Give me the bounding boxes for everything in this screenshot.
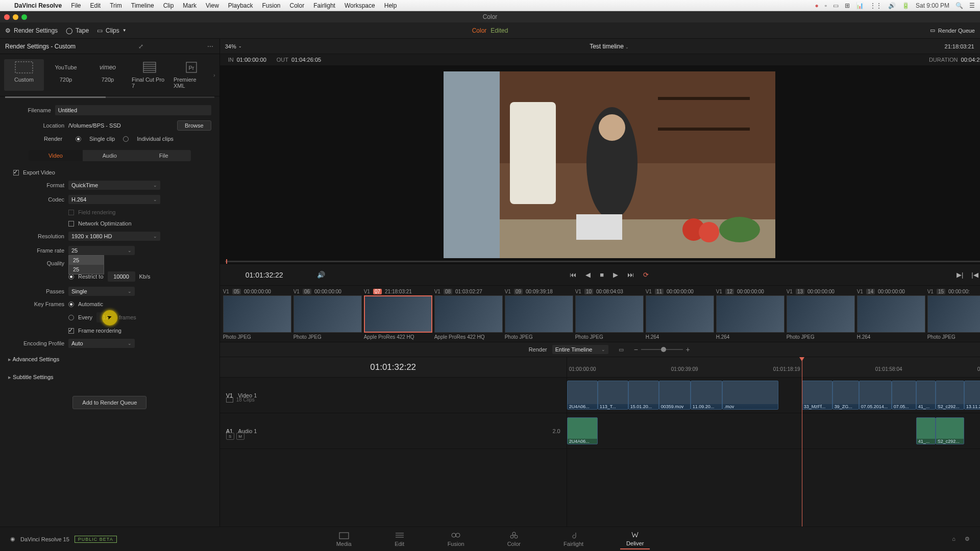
menu-file[interactable]: File <box>71 2 81 9</box>
framerate-option[interactable]: 25 <box>69 265 104 274</box>
render-scope-select[interactable]: Entire Timeline⌄ <box>552 345 608 354</box>
menu-help[interactable]: Help <box>384 2 397 9</box>
audio-track[interactable]: 2U4A06...41_...S2_c292...S3_d29...S3_d29… <box>567 413 980 449</box>
framerate-select[interactable]: 25⌄ 25 25 <box>68 246 135 255</box>
bitrate-input[interactable] <box>108 271 135 282</box>
video-clip[interactable]: 13.11.2014... <box>964 381 980 410</box>
page-color[interactable]: Color <box>501 529 527 549</box>
menu-edit[interactable]: Edit <box>90 2 101 9</box>
page-deliver[interactable]: Deliver <box>620 529 650 549</box>
encoding-profile-select[interactable]: Auto⌄ <box>68 339 135 348</box>
browse-button[interactable]: Browse <box>177 120 211 131</box>
clip-thumbnail[interactable]: V11500:00:00:Photo JPEG <box>927 288 980 340</box>
render-settings-toggle[interactable]: ⚙ Render Settings <box>5 27 58 34</box>
preset-vimeo[interactable]: vimeo 720p <box>88 59 128 91</box>
menu-clip[interactable]: Clip <box>163 2 174 9</box>
scrubber[interactable] <box>225 261 980 262</box>
loop-icon[interactable]: ⟳ <box>643 271 649 279</box>
format-select[interactable]: QuickTime⌄ <box>68 181 160 190</box>
clip-thumbnail[interactable]: V11200:00:00:00H.264 <box>716 288 785 340</box>
volume-icon[interactable]: 🔊 <box>317 271 325 279</box>
kf-every-radio[interactable] <box>68 315 74 320</box>
audio-clip[interactable]: 41_... <box>916 417 936 444</box>
more-icon[interactable]: ⋯ <box>207 43 214 50</box>
zoom-in-icon[interactable]: + <box>686 345 690 354</box>
clip-thumbnails[interactable]: V10500:00:00:00Photo JPEGV10600:00:00:00… <box>220 286 980 342</box>
view-icon[interactable]: ▭ <box>619 346 624 353</box>
video-track[interactable]: 2U4A06...113_T...15.01.20...00359.mov11.… <box>567 378 980 413</box>
video-clip[interactable]: .mov <box>722 381 778 410</box>
advanced-settings-toggle[interactable]: Advanced Settings <box>8 353 211 366</box>
subtitle-settings-toggle[interactable]: Subtitle Settings <box>8 371 211 384</box>
export-video-checkbox[interactable] <box>13 170 19 176</box>
page-media[interactable]: Media <box>330 529 358 549</box>
tab-audio[interactable]: Audio <box>83 150 137 161</box>
video-clip[interactable]: 113_T... <box>598 381 628 410</box>
viewer[interactable] <box>220 65 980 264</box>
video-clip[interactable]: 33_MzFf... <box>802 381 832 410</box>
solo-button[interactable]: S <box>226 433 234 440</box>
clip-thumbnail[interactable]: V10801:03:02:27Apple ProRes 422 HQ <box>434 288 503 340</box>
framerate-option[interactable]: 25 <box>69 256 104 265</box>
first-frame-icon[interactable]: ⏮ <box>570 271 576 279</box>
jump-end-icon[interactable]: ▶| <box>957 271 963 279</box>
preset-fcp7[interactable]: Final Cut Pro 7 <box>130 59 169 91</box>
menu-view[interactable]: View <box>206 2 219 9</box>
kf-every-input[interactable] <box>96 312 115 322</box>
close-icon[interactable] <box>4 14 10 20</box>
tab-file[interactable]: File <box>137 150 191 161</box>
video-clip[interactable]: 11.09.20... <box>691 381 722 410</box>
menu-fairlight[interactable]: Fairlight <box>313 2 335 9</box>
menu-workspace[interactable]: Workspace <box>345 2 375 9</box>
add-to-queue-button[interactable]: Add to Render Queue <box>72 396 146 409</box>
passes-select[interactable]: Single⌄ <box>68 287 135 296</box>
video-clip[interactable]: 07.05.2014... <box>859 381 892 410</box>
clip-thumbnail[interactable]: V11400:00:00:00H.264 <box>857 288 925 340</box>
audio-track-header[interactable]: A1 Audio 1 2.0 S M <box>220 413 567 449</box>
menu-color[interactable]: Color <box>290 2 305 9</box>
individual-clips-radio[interactable] <box>123 136 129 142</box>
menu-icon[interactable]: ☰ <box>969 2 975 9</box>
video-track-header[interactable]: V1 Video 1 18 Clips <box>220 378 567 413</box>
clips-toggle[interactable]: ▭ Clips ▼ <box>97 27 127 34</box>
menu-fusion[interactable]: Fusion <box>262 2 281 9</box>
clip-thumbnail[interactable]: V11000:08:04:03Photo JPEG <box>575 288 644 340</box>
field-rendering-checkbox[interactable] <box>68 210 74 215</box>
audio-clip[interactable]: 2U4A06... <box>567 417 598 444</box>
clip-thumbnail[interactable]: V10600:00:00:00Photo JPEG <box>293 288 362 340</box>
page-edit[interactable]: Edit <box>388 529 411 549</box>
audio-clip[interactable]: S2_c292... <box>936 417 964 444</box>
home-icon[interactable]: ⌂ <box>952 536 955 542</box>
clip-thumbnail[interactable]: V11300:00:00:00Photo JPEG <box>787 288 855 340</box>
spotlight-icon[interactable]: 🔍 <box>955 2 963 9</box>
maximize-icon[interactable] <box>21 14 27 20</box>
menu-trim[interactable]: Trim <box>110 2 122 9</box>
timeline-ruler[interactable]: 01:00:00:0001:00:39:0901:01:18:1901:01:5… <box>567 357 980 378</box>
zoom-out-icon[interactable]: − <box>634 345 638 354</box>
clip-thumbnail[interactable]: V10900:09:39:18Photo JPEG <box>505 288 573 340</box>
video-clip[interactable]: S2_c292... <box>936 381 964 410</box>
play-icon[interactable]: ▶ <box>613 271 618 279</box>
playhead[interactable] <box>802 357 802 527</box>
zoom-select[interactable]: 34%⌄ <box>225 43 242 49</box>
resolution-select[interactable]: 980 x 551 HD⌄ <box>68 232 160 241</box>
timeline-name[interactable]: Test timeline <box>590 43 624 50</box>
page-fairlight[interactable]: Fairlight <box>557 529 590 549</box>
video-clip[interactable]: 39_ZG... <box>832 381 859 410</box>
filename-input[interactable] <box>55 105 211 115</box>
track-toggle-icon[interactable] <box>226 397 233 403</box>
chevron-right-icon[interactable]: › <box>213 72 215 78</box>
restrict-radio[interactable] <box>68 274 74 280</box>
video-clip[interactable]: 00359.mov <box>659 381 691 410</box>
video-clip[interactable]: 07.05... <box>892 381 916 410</box>
expand-icon[interactable]: ⤢ <box>138 43 144 50</box>
menu-timeline[interactable]: Timeline <box>131 2 154 9</box>
preset-youtube[interactable]: YouTube 720p <box>46 59 86 91</box>
clip-thumbnail[interactable]: V10500:00:00:00Photo JPEG <box>223 288 291 340</box>
clip-thumbnail[interactable]: V10721:18:03:21Apple ProRes 422 HQ <box>364 288 432 340</box>
app-name[interactable]: DaVinci Resolve <box>14 2 62 9</box>
preset-premiere[interactable]: Pr Premiere XML <box>172 59 211 91</box>
page-fusion[interactable]: Fusion <box>442 529 471 549</box>
video-clip[interactable]: 15.01.20... <box>628 381 659 410</box>
next-frame-icon[interactable]: ⏭ <box>627 271 634 279</box>
